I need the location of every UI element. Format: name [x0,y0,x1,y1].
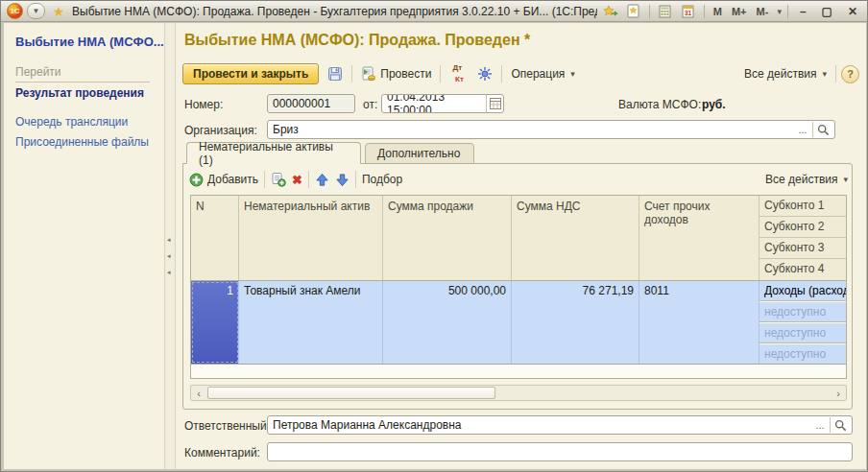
number-input[interactable]: 000000001 [267,94,355,113]
tab-additional[interactable]: Дополнительно [365,143,474,164]
sidebar-item-posting-result[interactable]: Результат проведения [15,86,144,100]
scrollbar-thumb[interactable] [207,387,495,399]
move-down-button[interactable] [335,173,350,187]
ifrs-currency-label: Валюта МСФО: [618,98,701,111]
responsible-input[interactable]: Петрова Марианна Александровна [267,415,853,435]
titlebar-more-icon[interactable]: ▾ [777,7,782,16]
all-actions-label: Все действия [744,67,816,81]
row-cell-income-account[interactable]: 8011 [639,281,760,364]
chevron-down-icon: ▼ [33,7,40,15]
save-button[interactable] [324,63,347,84]
responsible-label: Ответственный: [184,419,270,433]
memory-m-minus-button[interactable]: M- [754,6,772,17]
col-header-asset[interactable]: Нематериальный актив [239,196,383,280]
calculator-glyph [659,5,671,18]
toolbar-separator [835,65,836,83]
app-body: Выбытие НМА (МСФО... Перейти Результат п… [4,23,866,469]
main-panel: Выбытие НМА (МСФО): Продажа. Проведен * … [176,23,866,469]
horizontal-scrollbar[interactable]: ‹ › [190,385,847,401]
col-header-sale-sum[interactable]: Сумма продажи [383,196,512,280]
window-title: Выбытие НМА (МСФО): Продажа. Проведен - … [72,5,597,18]
sidebar-item-translation-queue[interactable]: Очередь трансляции [15,115,128,129]
col-header-n[interactable]: N [191,196,239,280]
explain-button[interactable] [473,63,496,84]
col-header-subconto-2[interactable]: Субконто 2 [760,217,846,238]
toolbar-separator [440,65,441,83]
pick-button[interactable]: Подбор [362,173,402,186]
row-cell-n[interactable]: 1 [191,281,239,364]
arrow-up-icon [315,173,329,187]
toolbar-separator [351,65,352,83]
copy-row-button[interactable] [271,172,286,187]
titlebar-separator [649,5,650,18]
organization-search-button[interactable] [813,121,832,138]
calendar-icon[interactable]: 31 [679,3,698,20]
close-button[interactable]: ✕ [842,5,863,18]
dt-kt-postings-button[interactable]: Дт Кт [446,63,469,84]
kt-label: Кт [455,76,464,83]
col-header-income-account[interactable]: Счет прочих доходов [639,196,760,280]
responsible-search-button[interactable] [831,416,850,434]
comment-input[interactable] [267,442,853,461]
memory-m-button[interactable]: M [711,6,725,17]
col-header-subconto-4[interactable]: Субконто 4 [760,259,846,280]
post-button[interactable]: Провести [357,63,435,84]
sidebar-splitter[interactable]: ◂ ◂ ◂ [164,23,176,469]
sidebar: Выбытие НМА (МСФО... Перейти Результат п… [4,23,164,469]
operation-label: Операция [511,67,565,81]
organization-input[interactable]: Бриз [267,120,835,139]
col-header-vat-sum[interactable]: Сумма НДС [512,196,639,280]
table-all-actions-button[interactable]: Все действия ▾ [765,173,848,186]
row-cell-subconto-3[interactable]: недоступно [760,323,846,343]
calculator-icon[interactable] [656,3,675,20]
memory-m-plus-button[interactable]: M+ [729,6,750,17]
date-calendar-button[interactable] [486,95,503,112]
row-cell-vat-sum[interactable]: 76 271,19 [512,281,639,364]
table-all-actions-label: Все действия [765,173,837,186]
star-arrow-icon [603,5,618,18]
sidebar-document-link[interactable]: Выбытие НМА (МСФО... [15,35,164,49]
help-button[interactable]: ? [841,65,859,83]
add-favorite-icon[interactable] [601,3,620,20]
scroll-left-icon[interactable]: ‹ [191,386,206,400]
floppy-icon [327,66,343,82]
arrow-down-icon [335,173,350,187]
row-cell-sale-sum[interactable]: 500 000,00 [383,281,512,364]
number-label: Номер: [184,98,223,111]
scroll-right-icon[interactable]: › [831,386,846,400]
row-cell-subconto-2[interactable]: недоступно [760,302,846,322]
row-cell-subconto-1[interactable]: Доходы (расходы [760,281,846,301]
toolbar-separator [308,171,309,188]
main-menu-button[interactable]: ▼ [27,3,45,19]
chevron-down-icon: ▾ [843,175,848,184]
delete-row-button[interactable]: ✖ [292,173,302,187]
comment-label: Комментарий: [184,446,260,460]
organization-select-button[interactable]: ... [793,121,812,138]
maximize-button[interactable]: ▢ [816,5,838,18]
chevron-down-icon: ▾ [822,69,827,79]
collapse-sidebar-icon[interactable]: ◂ ◂ ◂ [167,236,171,276]
favorites-star-icon[interactable]: ★ [49,3,68,20]
row-cell-subconto-4[interactable]: недоступно [760,344,846,364]
tab-intangible-assets[interactable]: Нематериальные активы (1) [186,142,361,164]
toolbar-separator [264,171,265,188]
table-toolbar: Добавить ✖ [189,168,848,191]
1c-logo-icon: 1С [7,3,23,19]
post-and-close-button[interactable]: Провести и закрыть [182,63,319,84]
move-up-button[interactable] [315,173,329,187]
sidebar-item-attached-files[interactable]: Присоединенные файлы [15,135,149,149]
col-header-subconto-3[interactable]: Субконто 3 [760,238,846,259]
svg-text:31: 31 [685,10,692,16]
row-cell-asset[interactable]: Товарный знак Амели [239,281,383,364]
add-row-button[interactable]: Добавить [189,173,258,187]
open-favorites-icon[interactable] [624,3,643,20]
responsible-select-button[interactable]: ... [810,416,830,434]
all-actions-button[interactable]: Все действия ▾ [740,63,831,84]
add-row-label: Добавить [207,173,258,186]
col-header-subconto-1[interactable]: Субконто 1 [760,196,846,217]
minimize-button[interactable]: – [794,5,812,18]
operation-menu-button[interactable]: Операция ▾ [507,63,578,84]
command-bar: Провести и закрыть [182,61,859,86]
sidebar-section-goto: Перейти [15,65,150,83]
assets-table: N Нематериальный актив Сумма продажи Сум… [190,195,847,379]
